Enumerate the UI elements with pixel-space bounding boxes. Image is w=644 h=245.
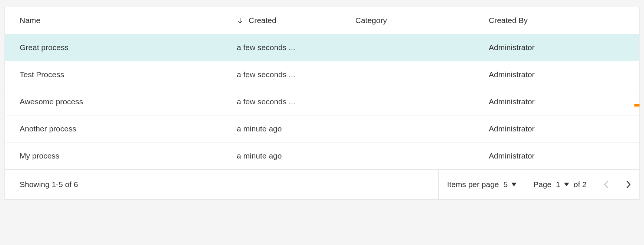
table-row[interactable]: Test Process a few seconds ... Administr… [5, 61, 639, 88]
page-label-prefix: Page [533, 180, 551, 189]
column-header-name-label: Name [20, 16, 40, 25]
cell-name: Test Process [5, 70, 237, 79]
table-header-row: Name Created Category Created By [5, 7, 639, 34]
cell-createdby: Administrator [476, 97, 639, 106]
column-header-created[interactable]: Created [237, 16, 355, 25]
column-header-category[interactable]: Category [355, 16, 476, 25]
cell-created: a few seconds ... [237, 97, 355, 106]
process-table: Name Created Category Created By Great p… [4, 7, 640, 200]
scroll-marker [634, 104, 640, 107]
cell-createdby: Administrator [476, 43, 639, 52]
page-of: of 2 [574, 180, 587, 189]
cell-createdby: Administrator [476, 151, 639, 160]
cell-name: Great process [5, 43, 237, 52]
cell-created: a few seconds ... [237, 70, 355, 79]
table-row[interactable]: My process a minute ago Administrator [5, 143, 639, 170]
pagination-controls: Items per page 5 Page 1 of 2 [438, 170, 639, 199]
cell-createdby: Administrator [476, 70, 639, 79]
items-per-page-value: 5 [504, 180, 508, 189]
svg-marker-1 [511, 183, 517, 186]
table-row[interactable]: Great process a few seconds ... Administ… [5, 34, 639, 61]
next-page-button[interactable] [617, 170, 639, 199]
column-header-name[interactable]: Name [5, 16, 237, 25]
page-current: 1 [556, 180, 560, 189]
table-footer: Showing 1-5 of 6 Items per page 5 Page 1 [5, 170, 639, 199]
page-selector: Page 1 of 2 [525, 170, 595, 199]
cell-created: a minute ago [237, 151, 355, 160]
caret-down-icon [511, 183, 517, 186]
cell-createdby: Administrator [476, 124, 639, 133]
showing-text: Showing 1-5 of 6 [5, 180, 438, 189]
items-per-page-label: Items per page [447, 180, 499, 189]
cell-created: a minute ago [237, 124, 355, 133]
table-row[interactable]: Awesome process a few seconds ... Admini… [5, 88, 639, 115]
cell-created: a few seconds ... [237, 43, 355, 52]
column-header-created-label: Created [249, 16, 276, 25]
caret-down-icon [564, 183, 569, 186]
column-header-createdby-label: Created By [489, 16, 528, 25]
column-header-createdby[interactable]: Created By [476, 16, 639, 25]
cell-name: My process [5, 151, 237, 160]
items-per-page: Items per page 5 [438, 170, 525, 199]
chevron-right-icon [626, 180, 631, 189]
chevron-left-icon [604, 180, 609, 189]
cell-name: Another process [5, 124, 237, 133]
arrow-down-icon [237, 17, 243, 24]
prev-page-button[interactable] [595, 170, 617, 199]
column-header-category-label: Category [355, 16, 387, 25]
cell-name: Awesome process [5, 97, 237, 106]
page-dropdown[interactable]: 1 [556, 180, 569, 189]
svg-marker-2 [564, 183, 569, 186]
table-row[interactable]: Another process a minute ago Administrat… [5, 115, 639, 143]
items-per-page-dropdown[interactable]: 5 [504, 180, 517, 189]
table-body: Great process a few seconds ... Administ… [5, 34, 639, 170]
